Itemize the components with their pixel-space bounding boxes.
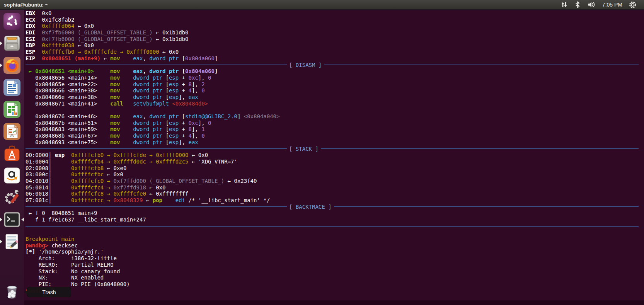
terminal-text: 0xffffcfb0 — [71, 152, 104, 158]
terminal-text: ] — [237, 113, 244, 119]
terminal-line: 0x8048693 <main+75> mov dword ptr [esp],… — [26, 139, 644, 146]
terminal-text: 8 — [188, 81, 191, 87]
terminal-line: RELRO: Partial RELRO — [26, 262, 644, 268]
terminal-text: mov — [110, 68, 120, 74]
terminal-text: mov — [110, 126, 120, 132]
terminal-line: 0x804866e <main+38> mov dword ptr [esp],… — [26, 94, 644, 101]
terminal-text: [*] — [26, 249, 35, 255]
terminal-line: ESI 0xf7fb6000 (_GLOBAL_OFFSET_TABLE_) ←… — [26, 36, 644, 43]
terminal-text: 0x8048651 <main+9> — [35, 68, 94, 74]
terminal-text: 01:0004│ — [26, 158, 71, 165]
terminal-line: 0x804865e <main+22> mov dword ptr [esp +… — [26, 81, 644, 88]
terminal-text: stdin@@GLIBC_2.0 — [185, 113, 237, 119]
terminal-text: 0x0 — [35, 10, 51, 16]
terminal-icon — [3, 211, 21, 228]
terminal-text — [123, 101, 133, 107]
launcher-item-libreoffice-writer[interactable] — [3, 78, 21, 96]
launcher-item-system-settings[interactable] — [3, 189, 21, 206]
terminal-text: 4 — [188, 133, 191, 139]
terminal-text — [120, 120, 133, 126]
terminal-text: ] — [215, 55, 218, 61]
terminal-text: 0xffff0000 — [126, 49, 159, 55]
terminal-text — [35, 49, 42, 55]
terminal-text — [120, 87, 133, 94]
terminal-text: dword ptr — [133, 120, 162, 126]
separator-line — [287, 226, 639, 227]
trash-tooltip: Trash — [27, 287, 71, 297]
terminal-text: edi — [175, 197, 185, 203]
terminal-text: dword ptr — [133, 126, 162, 132]
terminal-text: /* '__libc_start_main' */ — [185, 197, 270, 203]
terminal-text: 0xf7ffd000 (_GLOBAL_OFFSET_TABLE_) — [114, 178, 225, 184]
terminal-text: → — [117, 49, 126, 55]
terminal-text: ← 0xe0 — [104, 165, 126, 171]
terminal-text: 0x804865e <main+22> — [26, 81, 110, 87]
terminal-text: 0xf7fb6000 (_GLOBAL_OFFSET_TABLE_) — [42, 36, 153, 42]
terminal-text: ← 0x0 — [104, 171, 123, 177]
launcher-item-terminal[interactable] — [3, 211, 21, 228]
terminal-text: ← 0x0 — [146, 184, 166, 191]
terminal-text: + — [179, 133, 188, 139]
launcher-item-amazon[interactable] — [3, 167, 21, 184]
terminal-text: ECX — [26, 17, 35, 23]
terminal-text: eax — [133, 113, 143, 119]
terminal-text: eax — [133, 68, 143, 74]
network-icon[interactable] — [561, 1, 568, 8]
terminal-text: EBX — [26, 10, 35, 16]
terminal-text: mov — [110, 55, 120, 61]
terminal[interactable]: EBX 0x0ECX 0x1fc8fab2EDX 0xffffd064 ← 0x… — [24, 9, 644, 300]
launcher-item-libreoffice-calc[interactable] — [3, 101, 21, 118]
terminal-text: 0xc — [188, 75, 198, 81]
terminal-text — [35, 55, 42, 61]
terminal-text — [120, 68, 133, 74]
terminal-line: pwndbg> — [26, 288, 644, 294]
terminal-text: 06:0018│ — [26, 191, 71, 197]
launcher-item-libreoffice-impress[interactable] — [3, 123, 21, 140]
terminal-text: f 1 f7e1c637 __libc_start_main+247 — [26, 216, 146, 223]
terminal-text — [120, 75, 133, 81]
terminal-text: 0xffffcfcc — [71, 197, 104, 203]
terminal-text — [120, 94, 133, 100]
terminal-text: 0xffffd2c5 — [156, 158, 188, 165]
session-gear-icon[interactable] — [629, 1, 636, 9]
terminal-line: 0x8048656 <main+14> mov dword ptr [esp +… — [26, 75, 644, 81]
terminal-text: EDX — [26, 23, 35, 29]
terminal-text: + — [179, 120, 188, 126]
bluetooth-icon[interactable] — [574, 1, 581, 9]
terminal-text: 00:0000│ — [26, 152, 55, 158]
terminal-text: ← 0xffffffff — [146, 191, 189, 197]
launcher-item-trash[interactable] — [3, 283, 21, 300]
terminal-text: EIP — [26, 55, 35, 61]
terminal-text: 0x804866e <main+38> — [26, 94, 110, 100]
terminal-text: 0xffffcfbc — [71, 171, 104, 177]
terminal-text: 0x804867b <main+51> — [26, 120, 110, 126]
terminal-text: 02:0008│ — [26, 165, 71, 171]
terminal-text: → — [104, 178, 113, 184]
launcher-item-text-editor[interactable] — [3, 233, 21, 250]
launcher-item-files[interactable] — [3, 34, 21, 52]
terminal-text: dword ptr — [133, 87, 162, 94]
launcher-item-ubuntu-dash[interactable] — [3, 12, 21, 30]
terminal-text — [35, 42, 42, 48]
terminal-text: mov — [110, 75, 120, 81]
window-title: sophia@ubuntu: ~ — [0, 2, 48, 8]
terminal-text: EDI — [26, 29, 35, 36]
launcher-item-firefox[interactable] — [3, 56, 21, 74]
terminal-text: 0xc — [188, 120, 198, 126]
launcher-item-ubuntu-software[interactable] — [3, 145, 21, 162]
terminal-text: + — [179, 75, 188, 81]
terminal-text: [ — [179, 68, 185, 74]
terminal-line: 05:0014│ 0xffffcfc4 → 0xf7ffd918 ← 0x0 — [26, 184, 644, 191]
ubuntu-software-icon — [3, 145, 21, 162]
terminal-text: → — [146, 152, 156, 158]
clock[interactable]: 7:05 PM — [602, 2, 622, 8]
terminal-text: ← 0x1b1db0 — [153, 36, 189, 42]
terminal-text: dword ptr — [133, 75, 162, 81]
volume-icon[interactable] — [587, 1, 596, 8]
terminal-text: 04:0010│ — [26, 178, 71, 184]
terminal-line: EDX 0xffffd064 ← 0x0 — [26, 23, 644, 29]
terminal-text: dword ptr — [133, 133, 162, 139]
terminal-text: 0 — [201, 87, 204, 94]
terminal-line: Breakpoint main — [26, 236, 644, 242]
terminal-text: mov — [110, 81, 120, 87]
